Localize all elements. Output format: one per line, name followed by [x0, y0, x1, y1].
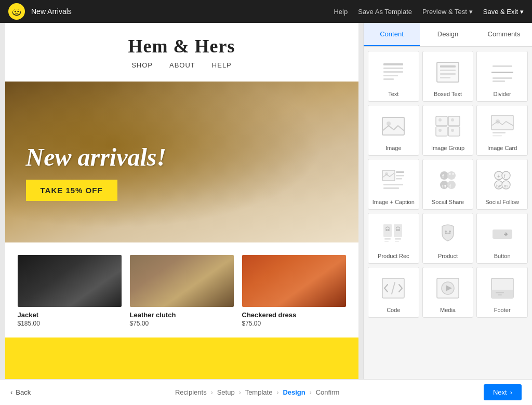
- svg-rect-29: [491, 115, 513, 130]
- block-text[interactable]: Text: [368, 51, 419, 102]
- svg-rect-74: [491, 290, 513, 298]
- email-wrapper: Hem & Hers SHOP ABOUT HELP New arrivals!…: [5, 23, 358, 379]
- svg-rect-7: [383, 71, 403, 73]
- svg-point-2: [15, 11, 16, 12]
- nav-help[interactable]: HELP: [212, 61, 232, 69]
- svg-rect-17: [493, 77, 512, 79]
- main-area: Hem & Hers SHOP ABOUT HELP New arrivals!…: [0, 23, 532, 379]
- block-button-label: Button: [494, 253, 511, 259]
- svg-rect-36: [396, 175, 404, 177]
- next-button[interactable]: Next ›: [484, 384, 522, 400]
- svg-rect-12: [440, 70, 456, 71]
- nav-shop[interactable]: SHOP: [131, 61, 153, 69]
- svg-rect-66: [395, 241, 399, 242]
- svg-rect-24: [448, 127, 460, 136]
- help-link[interactable]: Help: [334, 8, 348, 16]
- social-follow-block-icon: + f tw in: [487, 165, 518, 196]
- svg-rect-18: [493, 80, 505, 82]
- tab-content[interactable]: Content: [364, 23, 420, 46]
- svg-point-68: [449, 231, 451, 233]
- product-price: $75.00: [242, 320, 346, 327]
- block-image-caption-label: Image + Caption: [373, 199, 415, 205]
- product-price: $185.00: [18, 320, 122, 327]
- products-section: Jacket $185.00 Leather clutch $75.00 Che…: [5, 242, 358, 327]
- email-navigation: SHOP ABOUT HELP: [5, 57, 358, 73]
- svg-rect-69: [493, 230, 512, 239]
- block-product-rec[interactable]: Product Rec: [368, 213, 419, 264]
- svg-rect-39: [383, 187, 399, 189]
- svg-text:in: in: [504, 183, 508, 188]
- top-nav-links: Help Save As Template Preview & Test ▾ S…: [334, 8, 524, 16]
- footer-block-icon: [487, 273, 518, 304]
- block-product[interactable]: Product: [422, 213, 474, 264]
- block-social-follow[interactable]: + f tw in Social Follow: [476, 159, 528, 210]
- block-image-label: Image: [385, 145, 402, 151]
- block-image-card[interactable]: Image Card: [476, 105, 528, 156]
- svg-point-28: [451, 129, 454, 132]
- svg-point-61: [396, 229, 398, 231]
- products-grid: Jacket $185.00 Leather clutch $75.00 Che…: [18, 255, 346, 327]
- breadcrumb-setup[interactable]: Setup: [217, 388, 235, 396]
- button-block-icon: [487, 219, 518, 250]
- block-image-group-label: Image Group: [431, 145, 464, 151]
- block-image-group[interactable]: Image Group: [422, 105, 474, 156]
- svg-point-67: [445, 231, 447, 233]
- svg-rect-76: [498, 294, 502, 295]
- svg-rect-10: [437, 62, 459, 82]
- block-boxed-text[interactable]: Boxed Text: [422, 51, 474, 102]
- svg-rect-15: [493, 65, 512, 67]
- social-share-block-icon: f in t: [432, 165, 463, 196]
- tab-comments[interactable]: Comments: [476, 23, 532, 46]
- svg-point-43: [449, 173, 450, 175]
- product-name: Checkered dress: [242, 311, 346, 319]
- svg-point-3: [17, 11, 19, 12]
- chevron-left-icon: ‹: [10, 388, 12, 396]
- hero-section: New arrivals! TAKE 15% OFF: [5, 82, 358, 242]
- block-image-caption[interactable]: Image + Caption: [368, 159, 419, 210]
- back-button[interactable]: ‹ Back: [10, 388, 31, 396]
- block-social-follow-label: Social Follow: [485, 199, 519, 205]
- hero-cta-button[interactable]: TAKE 15% OFF: [26, 180, 117, 201]
- svg-rect-14: [440, 77, 450, 78]
- svg-rect-13: [440, 73, 456, 75]
- svg-rect-23: [436, 127, 447, 136]
- breadcrumb-template[interactable]: Template: [245, 388, 273, 396]
- save-as-template-link[interactable]: Save As Template: [358, 8, 412, 16]
- product-image: [18, 255, 122, 307]
- block-social-share[interactable]: f in t Socail Share: [422, 159, 474, 210]
- svg-rect-37: [396, 178, 402, 180]
- svg-point-40: [440, 171, 448, 180]
- svg-rect-21: [436, 116, 447, 126]
- block-button[interactable]: Button: [476, 213, 528, 264]
- blocks-grid: Text Boxed Text: [364, 47, 532, 379]
- tab-design[interactable]: Design: [420, 23, 476, 46]
- svg-point-42: [447, 171, 456, 180]
- campaign-title: New Arrivals: [31, 7, 334, 16]
- block-media[interactable]: Media: [422, 267, 474, 318]
- text-block-icon: [378, 57, 409, 88]
- svg-point-62: [398, 229, 400, 231]
- email-canvas: Hem & Hers SHOP ABOUT HELP New arrivals!…: [0, 23, 363, 379]
- svg-text:tw: tw: [496, 183, 501, 188]
- svg-rect-32: [493, 135, 502, 137]
- block-image[interactable]: Image: [368, 105, 419, 156]
- breadcrumb-sep-1: ›: [211, 389, 213, 396]
- product-image: [130, 255, 234, 307]
- block-divider[interactable]: Divider: [476, 51, 528, 102]
- breadcrumb-design[interactable]: Design: [283, 388, 305, 396]
- image-card-block-icon: [487, 111, 518, 142]
- hero-headline: New arrivals!: [26, 144, 167, 171]
- breadcrumb-confirm[interactable]: Confirm: [316, 388, 340, 396]
- product-item: Leather clutch $75.00: [130, 255, 234, 327]
- block-code[interactable]: Code: [368, 267, 419, 318]
- nav-about[interactable]: ABOUT: [169, 61, 195, 69]
- hero-text: New arrivals! TAKE 15% OFF: [26, 144, 167, 201]
- svg-point-58: [385, 229, 388, 231]
- block-footer[interactable]: Footer: [476, 267, 528, 318]
- preview-test-link[interactable]: Preview & Test ▾: [422, 8, 473, 16]
- bottom-bar: ‹ Back Recipients › Setup › Template › D…: [0, 379, 532, 405]
- svg-point-51: [502, 171, 510, 180]
- yellow-band: [5, 338, 358, 379]
- breadcrumb-recipients[interactable]: Recipients: [175, 388, 207, 396]
- save-exit-link[interactable]: Save & Exit ▾: [483, 8, 524, 16]
